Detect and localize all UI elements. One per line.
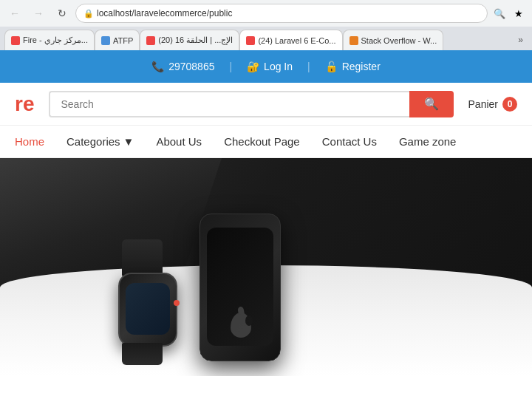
- website-content: 📞 29708865 | 🔐 Log In | 🔓 Register re 🔍 …: [0, 50, 532, 376]
- nav-item-home[interactable]: Home: [15, 126, 44, 157]
- zoom-icon[interactable]: 🔍: [491, 4, 508, 22]
- hero-smartwatch: [103, 228, 200, 347]
- register-label: Register: [342, 61, 381, 72]
- cart-label: Panier: [468, 98, 498, 110]
- tab-laravel[interactable]: (24) Laravel 6 E-Co...: [239, 30, 342, 50]
- tab-episode[interactable]: الإج... | الحلقة 16 (20): [140, 30, 239, 50]
- tab-label-fire: Fire - مركز جاري...: [23, 35, 88, 45]
- tab-label-episode: الإج... | الحلقة 16 (20): [158, 35, 233, 45]
- phone-info: 📞 29708865: [151, 61, 214, 72]
- dropdown-arrow-icon: ▼: [123, 135, 134, 148]
- watch-button: [174, 300, 180, 306]
- watch-body: [118, 273, 177, 347]
- hero-phone: [200, 214, 281, 361]
- logo[interactable]: re: [15, 92, 34, 116]
- categories-label: Categories: [66, 135, 120, 148]
- tabs-bar: Fire - مركز جاري... ATFP الإج... | الحلق…: [0, 27, 532, 50]
- watch-screen: [126, 283, 170, 335]
- tab-stackoverflow[interactable]: Stack Overflow - W...: [343, 30, 444, 50]
- login-label: Log In: [264, 61, 293, 72]
- login-icon: 🔐: [247, 61, 259, 72]
- tab-favicon-fire: [11, 36, 20, 45]
- nav-bar: Home Categories ▼ About Us Checkout Page…: [0, 126, 532, 158]
- apple-bite: [245, 316, 253, 326]
- tab-label-laravel: (24) Laravel 6 E-Co...: [258, 36, 335, 45]
- tab-fire[interactable]: Fire - مركز جاري...: [4, 30, 95, 50]
- tab-favicon-episode: [146, 36, 155, 45]
- more-tabs-button[interactable]: »: [514, 30, 528, 50]
- tab-label-stackoverflow: Stack Overflow - W...: [361, 36, 437, 45]
- watch-band-bottom: [122, 343, 163, 365]
- phone-icon: 📞: [151, 61, 164, 72]
- tab-atfp[interactable]: ATFP: [95, 30, 140, 50]
- search-container: 🔍: [49, 91, 453, 117]
- cart-count: 0: [502, 97, 517, 112]
- search-button[interactable]: 🔍: [409, 91, 454, 117]
- header-main: re 🔍 Panier 0: [0, 83, 532, 126]
- nav-item-categories[interactable]: Categories ▼: [66, 126, 134, 157]
- cart-area[interactable]: Panier 0: [468, 97, 517, 112]
- tab-favicon-laravel: [246, 36, 255, 45]
- hero-section: [0, 158, 532, 376]
- browser-chrome: ← → ↻ 🔒 localhost/laravelecommerce/publi…: [0, 0, 532, 50]
- refresh-button[interactable]: ↻: [52, 3, 72, 24]
- nav-item-about[interactable]: About Us: [156, 126, 202, 157]
- login-info[interactable]: 🔐 Log In: [247, 61, 293, 72]
- separator-2: |: [307, 61, 310, 72]
- register-icon: 🔓: [325, 61, 338, 72]
- back-button[interactable]: ←: [4, 3, 25, 24]
- search-input[interactable]: [49, 91, 409, 117]
- top-info-bar: 📞 29708865 | 🔐 Log In | 🔓 Register: [0, 50, 532, 83]
- hero-background: [0, 158, 532, 376]
- tab-favicon-stackoverflow: [349, 36, 358, 45]
- nav-item-checkout[interactable]: Checkout Page: [224, 126, 300, 157]
- watch-band-top: [122, 239, 163, 276]
- tab-label-atfp: ATFP: [113, 36, 133, 45]
- phone-apple-logo: [226, 309, 256, 338]
- register-info[interactable]: 🔓 Register: [325, 61, 381, 72]
- nav-item-gamezone[interactable]: Game zone: [399, 126, 457, 157]
- tab-favicon-atfp: [101, 36, 110, 45]
- separator-1: |: [229, 61, 232, 72]
- nav-item-contact[interactable]: Contact Us: [322, 126, 377, 157]
- forward-button[interactable]: →: [28, 3, 49, 24]
- lock-icon: 🔒: [83, 9, 94, 18]
- bookmark-star-icon[interactable]: ★: [510, 4, 528, 22]
- address-bar[interactable]: 🔒 localhost/laravelecommerce/public: [75, 4, 488, 23]
- apple-shape: [231, 313, 251, 338]
- address-bar-row: ← → ↻ 🔒 localhost/laravelecommerce/publi…: [0, 0, 532, 27]
- phone-number: 29708865: [168, 61, 214, 72]
- address-text: localhost/laravelecommerce/public: [97, 8, 480, 18]
- browser-actions: 🔍 ★: [491, 4, 528, 22]
